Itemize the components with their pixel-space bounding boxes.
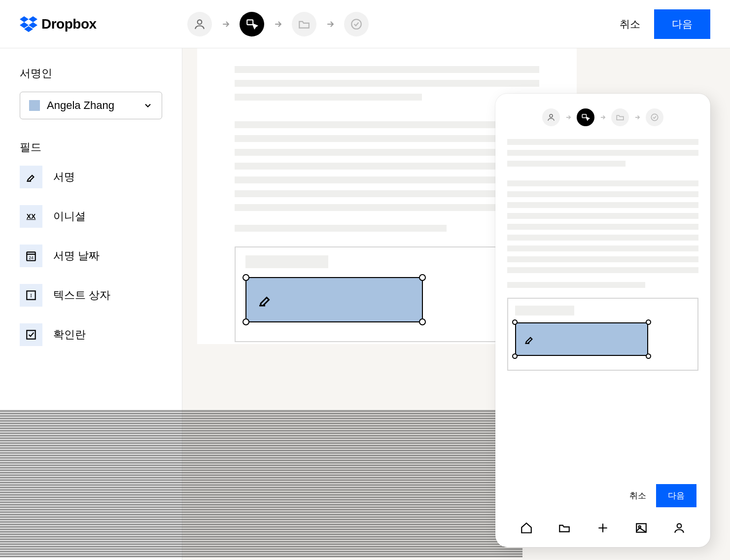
arrow-right-icon (221, 19, 231, 29)
svg-rect-7 (27, 330, 35, 339)
mobile-step-fields[interactable] (577, 108, 594, 126)
mobile-tabbar (507, 512, 698, 537)
signer-dropdown[interactable]: Angela Zhang (20, 92, 162, 119)
mobile-stepper (507, 108, 698, 126)
field-item-date[interactable]: 24 서명 날짜 (20, 245, 162, 267)
field-item-initials[interactable]: XX 이니셜 (20, 205, 162, 228)
svg-rect-1 (247, 20, 253, 25)
plus-icon[interactable] (596, 522, 609, 534)
signer-name: Angela Zhang (47, 99, 136, 112)
resize-handle[interactable] (512, 319, 518, 325)
arrow-right-icon (599, 114, 606, 121)
signature-pen-icon (256, 291, 274, 309)
doc-text-placeholder (507, 150, 698, 156)
svg-text:I: I (30, 292, 32, 298)
doc-text-placeholder (235, 121, 539, 128)
resize-handle[interactable] (646, 353, 651, 359)
field-list: 서명 XX 이니셜 24 서명 날짜 I 텍스트 상자 (20, 166, 162, 346)
person-icon (547, 113, 556, 122)
mobile-next-button[interactable]: 다음 (656, 484, 696, 507)
zone-label-placeholder (515, 306, 574, 315)
svg-point-13 (677, 524, 682, 528)
doc-text-placeholder (235, 176, 539, 183)
initials-icon: XX (20, 205, 42, 228)
mobile-signature-field[interactable] (515, 322, 648, 356)
mobile-step-signer[interactable] (542, 108, 560, 126)
resize-handle[interactable] (243, 274, 249, 281)
signature-field[interactable] (245, 277, 423, 322)
doc-text-placeholder (235, 204, 539, 211)
doc-text-placeholder (507, 282, 645, 288)
folder-icon[interactable] (558, 522, 571, 534)
arrow-right-icon (273, 19, 283, 29)
doc-text-placeholder (235, 149, 539, 156)
mobile-preview: 취소 다음 (495, 94, 710, 547)
cursor-field-icon (245, 18, 258, 31)
next-button[interactable]: 다음 (654, 9, 710, 39)
svg-point-8 (550, 114, 553, 117)
cancel-button[interactable]: 취소 (620, 17, 640, 31)
resize-handle[interactable] (646, 319, 651, 325)
doc-text-placeholder (235, 135, 539, 142)
mobile-step-folder[interactable] (611, 108, 629, 126)
check-circle-icon (350, 18, 363, 31)
svg-point-10 (651, 114, 658, 121)
resize-handle[interactable] (419, 318, 426, 325)
doc-text-placeholder (507, 139, 698, 145)
arrow-right-icon (565, 114, 572, 121)
cursor-field-icon (581, 113, 590, 122)
field-item-textbox[interactable]: I 텍스트 상자 (20, 284, 162, 307)
signature-pen-icon (523, 333, 536, 346)
doc-text-placeholder (235, 94, 422, 101)
mobile-signature-zone (507, 298, 698, 371)
field-label: 확인란 (53, 327, 86, 342)
doc-text-placeholder (507, 180, 698, 186)
field-label: 텍스트 상자 (53, 288, 110, 303)
doc-text-placeholder (507, 267, 698, 273)
doc-text-placeholder (507, 256, 698, 262)
field-item-signature[interactable]: 서명 (20, 166, 162, 188)
svg-rect-9 (582, 114, 586, 118)
app-header: Dropbox 취소 다음 (0, 0, 730, 48)
dropbox-glyph-icon (20, 16, 37, 32)
arrow-right-icon (634, 114, 641, 121)
mobile-step-review[interactable] (646, 108, 663, 126)
field-label: 서명 날짜 (53, 248, 100, 263)
doc-text-placeholder (507, 213, 698, 219)
signer-section-label: 서명인 (20, 66, 162, 81)
step-folder[interactable] (292, 12, 316, 36)
field-item-checkbox[interactable]: 확인란 (20, 323, 162, 346)
check-circle-icon (650, 113, 659, 122)
image-icon[interactable] (635, 522, 648, 534)
doc-text-placeholder (235, 225, 447, 232)
resize-handle[interactable] (512, 353, 518, 359)
signer-color-chip (29, 100, 40, 111)
folder-icon (616, 113, 625, 122)
mobile-document[interactable] (507, 139, 698, 474)
person-icon (193, 18, 206, 31)
fields-section-label: 필드 (20, 140, 162, 155)
signature-zone (235, 246, 539, 342)
mobile-cancel-button[interactable]: 취소 (629, 490, 646, 501)
svg-point-2 (351, 19, 361, 29)
doc-text-placeholder (507, 191, 698, 197)
calendar-icon: 24 (20, 245, 42, 267)
brand-logo: Dropbox (20, 16, 97, 32)
zone-label-placeholder (245, 255, 328, 268)
home-icon[interactable] (520, 522, 533, 534)
doc-text-placeholder (235, 80, 539, 87)
field-label: 이니셜 (53, 209, 86, 224)
step-review[interactable] (344, 12, 369, 36)
doc-text-placeholder (235, 163, 539, 170)
resize-handle[interactable] (243, 318, 249, 325)
signature-icon (20, 166, 42, 188)
resize-handle[interactable] (419, 274, 426, 281)
doc-text-placeholder (507, 245, 698, 251)
step-signer[interactable] (187, 12, 212, 36)
brand-name: Dropbox (41, 16, 97, 32)
checkbox-icon (20, 323, 42, 346)
person-icon[interactable] (673, 522, 686, 534)
textbox-icon: I (20, 284, 42, 307)
step-fields[interactable] (240, 12, 264, 36)
doc-text-placeholder (507, 202, 698, 208)
